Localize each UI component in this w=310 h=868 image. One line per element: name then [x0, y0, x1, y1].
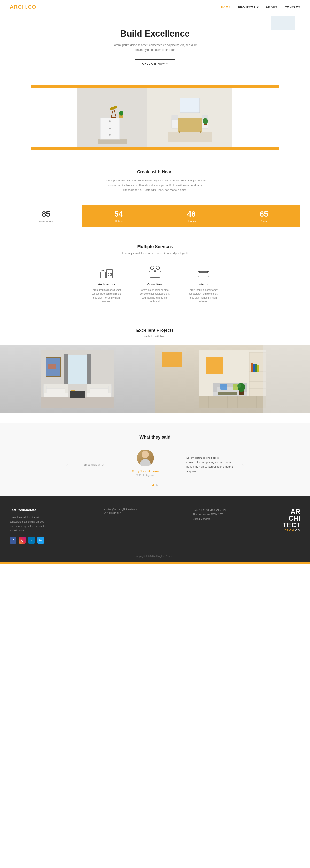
svg-rect-31: [150, 272, 160, 277]
social-linkedin[interactable]: in: [28, 537, 35, 544]
testimonial-center: Tony John Adams CEO of Stagiume: [109, 450, 182, 479]
consultant-icon: [147, 265, 163, 280]
services-section: Multiple Services Lorem ipsum dolor sit …: [0, 235, 310, 308]
footer: Lets Collaborate Lorem ipsum dolor sit a…: [0, 496, 310, 562]
footer-contact-phone[interactable]: (12) 01234 4078: [104, 512, 137, 515]
testimonials-title: What they said: [10, 435, 300, 440]
social-facebook[interactable]: f: [10, 537, 16, 544]
svg-rect-10: [110, 105, 117, 110]
footer-logo-big: ARCHITECT: [283, 508, 300, 528]
projects-section: Excellent Projects We build with heart: [0, 318, 310, 413]
project-left-scene: [0, 345, 155, 413]
svg-rect-42: [64, 353, 68, 384]
testimonial-container: ‹ smod tincidunt ut Tony John Adams CEO …: [10, 450, 300, 479]
banner-strip-top: [31, 85, 279, 88]
avatar-head: [142, 451, 149, 458]
footer-collaborate-title: Lets Collaborate: [10, 508, 48, 512]
svg-rect-45: [48, 365, 56, 369]
svg-point-5: [109, 128, 111, 129]
service-architecture: Architecture Lorem ipsum dolor sit amet,…: [90, 265, 124, 304]
footer-grid: Lets Collaborate Lorem ipsum dolor sit a…: [10, 508, 300, 544]
footer-logo-area: ARCHITECT ARCH.CO: [283, 508, 300, 544]
svg-rect-72: [251, 363, 252, 372]
footer-contact-email[interactable]: contact@archco@infonet.com: [104, 508, 137, 511]
svg-rect-16: [200, 131, 201, 133]
project-image-left[interactable]: [0, 345, 155, 413]
testimonial-left-text: smod tincidunt ut: [75, 463, 104, 466]
svg-point-86: [241, 384, 245, 389]
footer-contact-col: contact@archco@infonet.com (12) 01234 40…: [104, 508, 137, 544]
nav-item-projects[interactable]: PROJECTS ▾: [238, 5, 259, 9]
testimonial-dot-1[interactable]: [152, 485, 154, 486]
testimonial-quote: Lorem ipsum dolor sit amet, consectetuer…: [186, 456, 235, 474]
testimonial-avatar: [137, 450, 154, 466]
footer-bottom: Copyright © 2020 All Rights Reserved: [10, 551, 300, 558]
project-right-scene: [155, 345, 310, 413]
svg-rect-46: [44, 388, 68, 397]
hero-image-left: [77, 88, 147, 147]
hero-description: Lorem ipsum dolor sit amet, consectetuer…: [111, 43, 199, 53]
svg-rect-38: [202, 275, 205, 276]
hero-cta-button[interactable]: CHECK IT NOW >: [135, 59, 175, 68]
social-icons: f ig in tw: [10, 537, 48, 544]
hero-image-right: [147, 88, 233, 147]
footer-collaborate-col: Lets Collaborate Lorem ipsum dolor sit a…: [10, 508, 48, 544]
project-overlay: [264, 345, 310, 413]
nav-link-about[interactable]: ABOUT: [266, 6, 278, 9]
svg-point-85: [237, 383, 241, 388]
testimonial-next-arrow[interactable]: ›: [240, 460, 246, 470]
stat-houses-label: Houses: [158, 220, 225, 222]
nav-link-projects[interactable]: PROJECTS: [238, 6, 255, 9]
svg-point-6: [109, 134, 111, 136]
stat-houses-number: 48: [158, 210, 225, 219]
svg-rect-17: [172, 119, 178, 128]
nav-item-about[interactable]: ABOUT: [266, 5, 278, 9]
hero-accent-bg: [271, 17, 296, 30]
svg-rect-49: [65, 386, 68, 393]
service-architecture-title: Architecture: [90, 283, 124, 286]
testimonials-section: What they said ‹ smod tincidunt ut Tony …: [0, 423, 310, 496]
dropdown-icon-projects: ▾: [257, 5, 259, 9]
footer-copyright: Copyright © 2020 All Rights Reserved: [135, 555, 175, 558]
service-consultant-desc: Lorem ipsum dolor sit amet, consectetuer…: [138, 288, 172, 304]
stat-hotels: 54 Hotels: [82, 205, 155, 227]
testimonial-role: CEO of Stagiume: [136, 474, 155, 477]
svg-rect-18: [172, 115, 178, 120]
testimonial-left-quote: smod tincidunt ut: [84, 463, 104, 466]
hero-image: [77, 88, 233, 147]
svg-rect-41: [65, 355, 90, 384]
nav-item-contact[interactable]: CONTACT: [284, 5, 300, 9]
logo[interactable]: ARCH.CO: [10, 4, 36, 10]
modern-room-illustration: [199, 350, 266, 408]
project-image-right[interactable]: [155, 345, 310, 413]
nav-link-contact[interactable]: CONTACT: [284, 6, 300, 9]
footer-address-line-3: United Kingdom: [193, 517, 227, 521]
svg-rect-82: [218, 392, 237, 395]
project-accent: [162, 352, 182, 367]
svg-point-12: [119, 111, 123, 116]
footer-logo-brand: ARCH.CO: [284, 529, 300, 532]
testimonial-prev-arrow[interactable]: ‹: [64, 460, 70, 470]
create-title: Create with Heart: [10, 169, 300, 175]
stat-apartments-label: Apartments: [12, 220, 80, 222]
svg-point-29: [150, 266, 154, 270]
nav-link-home[interactable]: HOME: [221, 6, 231, 9]
svg-rect-73: [253, 365, 254, 372]
svg-rect-66: [206, 357, 223, 374]
social-instagram[interactable]: ig: [19, 537, 26, 544]
stat-rooms-number: 65: [230, 210, 298, 219]
testimonial-dot-2[interactable]: [156, 485, 158, 486]
avatar-body: [140, 459, 151, 466]
service-architecture-desc: Lorem ipsum dolor sit amet, consectetuer…: [90, 288, 124, 304]
services-subtitle: Lorem ipsum dolor sit amet, consectetuer…: [10, 252, 300, 255]
stat-apartments: 85 Apartments: [10, 205, 82, 227]
projects-title: Excellent Projects: [0, 328, 310, 333]
svg-rect-47: [44, 384, 68, 389]
social-twitter[interactable]: tw: [37, 537, 44, 544]
nav-links: HOME PROJECTS ▾ ABOUT CONTACT: [221, 5, 300, 9]
testimonial-dots: [10, 485, 300, 486]
svg-rect-54: [87, 386, 90, 393]
nav-item-home[interactable]: HOME: [221, 5, 231, 9]
svg-rect-13: [168, 132, 212, 142]
create-description: Lorem ipsum dolor sit amet, consectetur …: [104, 178, 206, 193]
